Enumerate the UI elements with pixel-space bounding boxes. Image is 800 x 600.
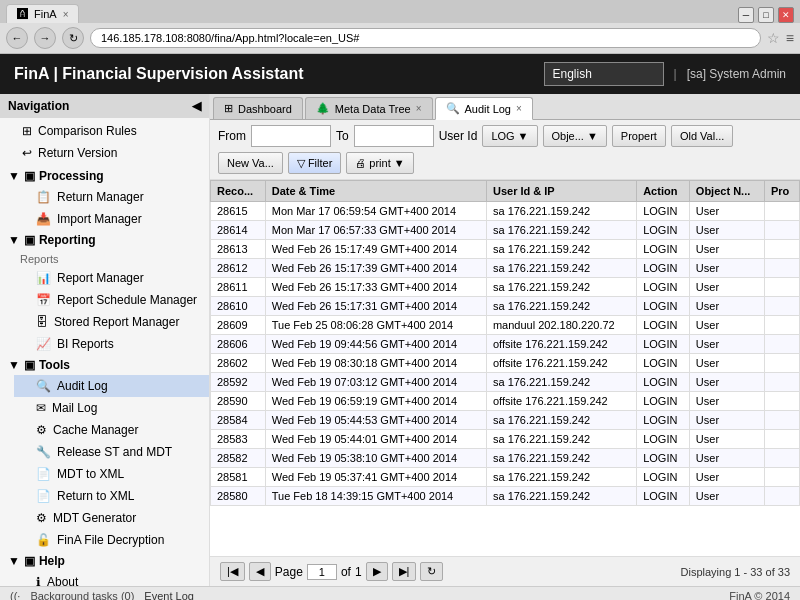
object-dropdown-button[interactable]: Obje... ▼	[543, 125, 607, 147]
print-button[interactable]: 🖨 print ▼	[346, 152, 413, 174]
address-bar[interactable]	[90, 28, 761, 48]
filter-button[interactable]: ▽ Filter	[288, 152, 341, 174]
refresh-button[interactable]: ↻	[420, 562, 443, 581]
tools-group-icon: ▼	[8, 358, 20, 372]
sidebar-item-cache-manager[interactable]: ⚙ Cache Manager	[14, 419, 209, 441]
sidebar-item-mdt-generator[interactable]: ⚙ MDT Generator	[14, 507, 209, 529]
maximize-button[interactable]: □	[758, 7, 774, 23]
sidebar-sub-reporting: 📊 Report Manager 📅 Report Schedule Manag…	[0, 267, 209, 355]
first-page-button[interactable]: |◀	[220, 562, 245, 581]
old-val-button[interactable]: Old Val...	[671, 125, 733, 147]
sidebar-group-processing[interactable]: ▼ ▣ Processing	[0, 166, 209, 186]
table-row[interactable]: 28590 Wed Feb 19 06:59:19 GMT+400 2014 o…	[211, 392, 800, 411]
sidebar-item-comparison-rules[interactable]: ⊞ Comparison Rules	[0, 120, 209, 142]
log-arrow-icon: ▼	[518, 130, 529, 142]
sidebar-item-about[interactable]: ℹ About	[14, 571, 209, 586]
background-tasks[interactable]: Background tasks (0)	[30, 590, 134, 600]
cell-user-ip: sa 176.221.159.242	[486, 373, 636, 392]
cell-object: User	[689, 221, 764, 240]
cell-object: User	[689, 278, 764, 297]
property-button[interactable]: Propert	[612, 125, 666, 147]
bookmark-icon[interactable]: ☆	[767, 30, 780, 46]
table-row[interactable]: 28582 Wed Feb 19 05:38:10 GMT+400 2014 s…	[211, 449, 800, 468]
sidebar-item-report-schedule-manager[interactable]: 📅 Report Schedule Manager	[14, 289, 209, 311]
cell-prop	[765, 373, 800, 392]
close-button[interactable]: ✕	[778, 7, 794, 23]
table-row[interactable]: 28614 Mon Mar 17 06:57:33 GMT+400 2014 s…	[211, 221, 800, 240]
page-number-input[interactable]	[307, 564, 337, 580]
sidebar-label-stored-report: Stored Report Manager	[54, 315, 179, 329]
to-input[interactable]	[354, 125, 434, 147]
table-row[interactable]: 28592 Wed Feb 19 07:03:12 GMT+400 2014 s…	[211, 373, 800, 392]
sidebar-item-return-version[interactable]: ↩ Return Version	[0, 142, 209, 164]
sidebar-header[interactable]: Navigation ◀	[0, 94, 209, 118]
sidebar-item-audit-log[interactable]: 🔍 Audit Log	[14, 375, 209, 397]
sidebar-group-tools[interactable]: ▼ ▣ Tools	[0, 355, 209, 375]
last-page-button[interactable]: ▶|	[392, 562, 417, 581]
cell-record: 28606	[211, 335, 266, 354]
table-row[interactable]: 28584 Wed Feb 19 05:44:53 GMT+400 2014 s…	[211, 411, 800, 430]
cell-datetime: Wed Feb 19 05:44:53 GMT+400 2014	[265, 411, 486, 430]
table-row[interactable]: 28610 Wed Feb 26 15:17:31 GMT+400 2014 s…	[211, 297, 800, 316]
tab-dashboard[interactable]: ⊞ Dashboard	[213, 97, 303, 119]
table-row[interactable]: 28615 Mon Mar 17 06:59:54 GMT+400 2014 s…	[211, 202, 800, 221]
sidebar-item-release-st-mdt[interactable]: 🔧 Release ST and MDT	[14, 441, 209, 463]
reload-button[interactable]: ↻	[62, 27, 84, 49]
next-page-button[interactable]: ▶	[366, 562, 388, 581]
tab-meta-data-tree[interactable]: 🌲 Meta Data Tree ×	[305, 97, 433, 119]
table-row[interactable]: 28606 Wed Feb 19 09:44:56 GMT+400 2014 o…	[211, 335, 800, 354]
sidebar-item-mdt-to-xml[interactable]: 📄 MDT to XML	[14, 463, 209, 485]
tab-audit-log[interactable]: 🔍 Audit Log ×	[435, 97, 533, 120]
sidebar-label-decryption: FinA File Decryption	[57, 533, 164, 547]
table-row[interactable]: 28611 Wed Feb 26 15:17:33 GMT+400 2014 s…	[211, 278, 800, 297]
processing-group-box: ▣	[24, 169, 35, 183]
table-row[interactable]: 28609 Tue Feb 25 08:06:28 GMT+400 2014 m…	[211, 316, 800, 335]
sidebar-item-import-manager[interactable]: 📥 Import Manager	[14, 208, 209, 230]
cell-prop	[765, 411, 800, 430]
cell-record: 28610	[211, 297, 266, 316]
sidebar-group-help[interactable]: ▼ ▣ Help	[0, 551, 209, 571]
cell-prop	[765, 430, 800, 449]
forward-button[interactable]: →	[34, 27, 56, 49]
filter-icon: ▽	[297, 157, 305, 170]
browser-tab-close[interactable]: ×	[63, 9, 69, 20]
table-row[interactable]: 28612 Wed Feb 26 15:17:39 GMT+400 2014 s…	[211, 259, 800, 278]
sidebar-item-bi-reports[interactable]: 📈 BI Reports	[14, 333, 209, 355]
cell-prop	[765, 468, 800, 487]
log-label: LOG	[491, 130, 514, 142]
reporting-group-box: ▣	[24, 233, 35, 247]
sidebar-item-report-manager[interactable]: 📊 Report Manager	[14, 267, 209, 289]
language-selector[interactable]: English	[544, 62, 664, 86]
report-manager-icon: 📊	[36, 271, 51, 285]
sidebar-collapse-icon[interactable]: ◀	[192, 99, 201, 113]
sidebar-group-reporting[interactable]: ▼ ▣ Reporting	[0, 230, 209, 250]
from-input[interactable]	[251, 125, 331, 147]
event-log-link[interactable]: Event Log	[144, 590, 194, 600]
stored-report-icon: 🗄	[36, 315, 48, 329]
meta-data-tree-close[interactable]: ×	[416, 103, 422, 114]
table-row[interactable]: 28583 Wed Feb 19 05:44:01 GMT+400 2014 s…	[211, 430, 800, 449]
browser-tab[interactable]: 🅰 FinA ×	[6, 4, 79, 23]
cell-datetime: Wed Feb 19 07:03:12 GMT+400 2014	[265, 373, 486, 392]
sidebar-item-return-manager[interactable]: 📋 Return Manager	[14, 186, 209, 208]
table-row[interactable]: 28580 Tue Feb 18 14:39:15 GMT+400 2014 s…	[211, 487, 800, 506]
sidebar-item-return-to-xml[interactable]: 📄 Return to XML	[14, 485, 209, 507]
table-row[interactable]: 28602 Wed Feb 19 08:30:18 GMT+400 2014 o…	[211, 354, 800, 373]
table-row[interactable]: 28581 Wed Feb 19 05:37:41 GMT+400 2014 s…	[211, 468, 800, 487]
audit-log-tab-close[interactable]: ×	[516, 103, 522, 114]
sidebar-item-mail-log[interactable]: ✉ Mail Log	[14, 397, 209, 419]
audit-log-tab-icon: 🔍	[446, 102, 460, 115]
mdt-xml-icon: 📄	[36, 467, 51, 481]
table-header: Reco... Date & Time User Id & IP Action …	[211, 181, 800, 202]
audit-log-table-wrap: Reco... Date & Time User Id & IP Action …	[210, 180, 800, 556]
back-button[interactable]: ←	[6, 27, 28, 49]
table-row[interactable]: 28613 Wed Feb 26 15:17:49 GMT+400 2014 s…	[211, 240, 800, 259]
sidebar-item-stored-report-manager[interactable]: 🗄 Stored Report Manager	[14, 311, 209, 333]
new-val-button[interactable]: New Va...	[218, 152, 283, 174]
log-dropdown-button[interactable]: LOG ▼	[482, 125, 537, 147]
prev-page-button[interactable]: ◀	[249, 562, 271, 581]
sidebar-item-fina-decryption[interactable]: 🔓 FinA File Decryption	[14, 529, 209, 551]
minimize-button[interactable]: ─	[738, 7, 754, 23]
cell-datetime: Tue Feb 18 14:39:15 GMT+400 2014	[265, 487, 486, 506]
menu-icon[interactable]: ≡	[786, 30, 794, 46]
